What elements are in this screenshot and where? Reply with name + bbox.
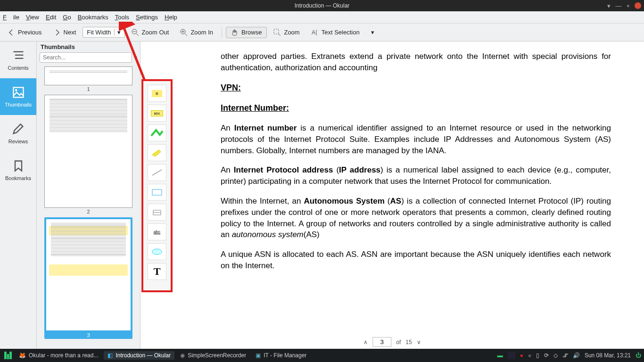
task-firefox[interactable]: 🦊 Okular - more than a read... [15, 351, 102, 360]
previous-button[interactable]: Previous [3, 27, 47, 38]
window-maximize-icon[interactable]: + [626, 2, 630, 9]
thumbnails-tab[interactable]: Thumbnails [0, 78, 36, 115]
thumbnails-icon [12, 86, 25, 99]
underline-button[interactable]: abc [148, 223, 166, 240]
start-menu-button[interactable] [3, 350, 13, 361]
reviews-tab[interactable]: Reviews [0, 115, 36, 152]
tray-attachment-icon[interactable]: 🖇 [562, 352, 568, 359]
tray-volume-icon[interactable]: 🔊 [573, 352, 580, 359]
toolbar-separator [222, 27, 222, 38]
tray-bluetooth-icon[interactable]: ⟐ [528, 352, 531, 359]
menubar: File View Edit Go Bookmarks Tools Settin… [0, 11, 644, 24]
contents-icon [12, 49, 25, 62]
zoom-out-label: Zoom Out [142, 29, 169, 36]
bookmark-icon [12, 159, 25, 173]
doc-paragraph: An Internet Protocol address (IP address… [221, 165, 611, 187]
menu-bookmarks[interactable]: Bookmarks [78, 14, 108, 21]
tray-chat-icon[interactable]: ▬ [497, 352, 503, 359]
task-okular[interactable]: ◧ Introduction — Okular [104, 351, 174, 360]
task-filemanager[interactable]: ▣ IT - File Manager [252, 351, 310, 360]
polygon-button[interactable] [148, 184, 166, 201]
doc-paragraph: A unique ASN is allocated to each AS. AS… [221, 249, 611, 272]
menu-file[interactable]: File [3, 14, 19, 21]
menu-go[interactable]: Go [63, 14, 71, 21]
doc-paragraph: other approved parties. Extranets extend… [221, 51, 611, 74]
hand-icon [231, 29, 239, 36]
svg-line-8 [279, 34, 281, 36]
toolbar: Previous Next Fit Width ▾ Zoom Out Zoom … [0, 24, 644, 41]
doc-heading-vpn: VPN: [221, 82, 611, 94]
thumbnail-page-1[interactable]: 1 [44, 66, 132, 92]
note-annotation-button[interactable]: ≡ [148, 85, 166, 102]
tray-updates-icon[interactable]: ⟳ [544, 352, 549, 359]
thumbnail-page-2[interactable]: 2 [44, 95, 132, 214]
menu-edit[interactable]: Edit [46, 14, 56, 21]
filter-icon[interactable]: ▿ [134, 54, 137, 61]
menu-view[interactable]: View [26, 14, 39, 21]
svg-point-20 [152, 249, 162, 255]
tray-record-icon[interactable]: ● [520, 352, 523, 359]
freehand-green-button[interactable] [148, 124, 166, 141]
tray-clipboard-icon[interactable]: ▯ [536, 352, 539, 359]
tray-shield-icon[interactable]: ◇ [553, 352, 558, 359]
thumbnail-list[interactable]: 1 2 3 [37, 66, 140, 349]
svg-text:A: A [312, 29, 315, 36]
task-label: SimpleScreenRecorder [188, 352, 246, 359]
stamp-button[interactable] [148, 204, 166, 221]
task-screenrecorder[interactable]: ◉ SimpleScreenRecorder [176, 351, 250, 360]
tray-app-icon[interactable] [508, 352, 515, 359]
svg-point-15 [15, 89, 17, 91]
zoom-mode-select[interactable]: Fit Width ▾ [83, 27, 124, 38]
taskbar: 🦊 Okular - more than a read... ◧ Introdu… [0, 349, 644, 362]
zoom-in-button[interactable]: Zoom In [175, 27, 218, 38]
menu-help[interactable]: Help [165, 14, 177, 21]
next-button[interactable]: Next [49, 27, 81, 38]
folder-icon: ▣ [256, 352, 261, 359]
zoom-out-button[interactable]: Zoom Out [127, 27, 174, 38]
window-close-icon[interactable] [635, 2, 641, 9]
okular-icon: ◧ [107, 352, 113, 359]
text-selection-label: Text Selection [322, 29, 360, 36]
reviews-label: Reviews [8, 139, 28, 144]
current-page-input[interactable] [372, 337, 391, 347]
page-next-icon[interactable]: ∨ [417, 339, 421, 346]
ellipse-button[interactable] [148, 243, 166, 260]
doc-paragraph: Within the Internet, an Autonomous Syste… [221, 196, 611, 240]
record-icon: ◉ [180, 352, 185, 359]
thumbnail-search-input[interactable] [40, 52, 132, 63]
window-minimize-icon[interactable]: ▾ [607, 2, 611, 9]
typewriter-button[interactable]: T [148, 263, 166, 280]
thumb-page-number: 3 [45, 332, 132, 338]
straight-line-button[interactable] [148, 164, 166, 181]
svg-rect-25 [9, 352, 12, 359]
menu-tools[interactable]: Tools [115, 14, 129, 21]
thumbnail-page-3[interactable]: 3 [44, 217, 132, 339]
system-tray: ▬ ● ⟐ ▯ ⟳ ◇ 🖇 🔊 Sun 08 Mar, 13:21 ⏻ [497, 352, 641, 359]
fit-width-label: Fit Width [87, 29, 111, 36]
thumb-page-number: 2 [44, 209, 132, 214]
zoom-button[interactable]: Zoom [269, 27, 304, 38]
browse-label: Browse [241, 29, 262, 36]
chevron-down-icon: ▾ [371, 29, 374, 36]
tray-session-icon[interactable]: ⏻ [636, 352, 641, 359]
text-selection-dropdown[interactable]: ▾ [366, 27, 379, 38]
tray-clock[interactable]: Sun 08 Mar, 13:21 [585, 352, 631, 359]
bookmarks-tab[interactable]: Bookmarks [0, 152, 36, 189]
zoom-out-icon [132, 29, 139, 36]
zoom-in-label: Zoom In [190, 29, 213, 36]
browse-button[interactable]: Browse [226, 27, 267, 38]
contents-tab[interactable]: Contents [0, 41, 36, 78]
chevron-down-icon: ▾ [114, 29, 121, 36]
page-prev-icon[interactable]: ∧ [363, 339, 368, 346]
svg-rect-17 [152, 189, 162, 195]
text-selection-button[interactable]: A Text Selection [306, 27, 364, 38]
svg-line-2 [136, 33, 139, 36]
window-restore-icon[interactable]: — [615, 2, 621, 9]
firefox-icon: 🦊 [19, 352, 26, 359]
zoom-label: Zoom [284, 29, 299, 36]
text-cursor-icon: A [311, 29, 319, 36]
highlighter-button[interactable] [148, 144, 166, 161]
inline-note-button[interactable]: abc [148, 105, 166, 122]
document-view[interactable]: other approved parties. Extranets extend… [140, 41, 644, 349]
menu-settings[interactable]: Settings [136, 14, 158, 21]
